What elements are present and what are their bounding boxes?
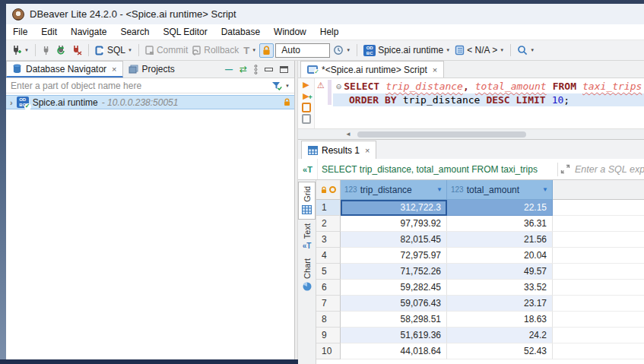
results-filter-bar[interactable]: «T SELECT trip_distance, total_amount FR… — [298, 159, 644, 180]
table-row[interactable]: 10 44,018.64 52.43 — [316, 343, 644, 359]
maximize-icon[interactable] — [280, 66, 288, 73]
sql-editor-button[interactable]: SQL ▼ — [94, 43, 134, 57]
execute-new-tab-icon[interactable]: ▶+ — [303, 91, 309, 101]
table-row[interactable]: 1 312,722.3 22.15 — [316, 200, 644, 216]
cell-total-amount[interactable]: 23.17 — [447, 296, 553, 312]
cell-trip-distance[interactable]: 44,018.64 — [341, 343, 447, 359]
table-row[interactable]: 7 59,076.43 23.17 — [316, 296, 644, 312]
cell-trip-distance[interactable]: 72,975.97 — [341, 248, 447, 264]
menu-navigate[interactable]: Navigate — [64, 25, 113, 39]
row-number[interactable]: 10 — [316, 343, 341, 359]
table-row[interactable]: 6 59,282.45 33.52 — [316, 280, 644, 296]
cell-trip-distance[interactable]: 312,722.3 — [341, 200, 447, 216]
execute-script-icon[interactable] — [302, 103, 311, 112]
cell-trip-distance[interactable]: 97,793.92 — [341, 216, 447, 232]
cell-total-amount[interactable]: 33.52 — [447, 280, 553, 296]
menu-database[interactable]: Database — [214, 25, 267, 39]
execute-statement-icon[interactable]: ▶ — [303, 80, 309, 90]
table-row[interactable]: 4 72,975.97 20.04 — [316, 248, 644, 264]
cell-total-amount[interactable]: 24.2 — [447, 328, 553, 343]
row-number[interactable]: 4 — [316, 248, 341, 264]
tab-script-editor[interactable]: ✓ *<Spice.ai runtime> Script × — [300, 61, 444, 78]
cell-trip-distance[interactable]: 58,298.51 — [341, 312, 447, 328]
row-number[interactable]: 1 — [316, 200, 341, 216]
navigator-filter-input[interactable]: Enter a part of object name here ▼ — [6, 78, 294, 93]
minimize-icon[interactable] — [265, 68, 273, 71]
transaction-log-button[interactable]: ▼ — [332, 43, 352, 57]
view-tab-grid[interactable]: Grid — [298, 182, 316, 220]
cell-trip-distance[interactable]: 51,619.36 — [341, 328, 447, 343]
menu-window[interactable]: Window — [267, 25, 313, 39]
cell-total-amount[interactable]: 22.15 — [447, 200, 553, 216]
disconnect-button[interactable] — [70, 43, 84, 57]
expander-chevron-icon[interactable]: › — [10, 98, 13, 107]
menu-edit[interactable]: Edit — [34, 25, 64, 39]
script-log-icon[interactable] — [302, 114, 311, 124]
column-header-total-amount[interactable]: 123 total_amount ▼ — [447, 180, 553, 200]
tab-results-1[interactable]: Results 1 × — [301, 141, 376, 159]
cell-trip-distance[interactable]: 82,015.45 — [341, 232, 447, 248]
collapse-all-icon[interactable]: — — [225, 65, 233, 74]
sort-desc-icon[interactable]: ▼ — [436, 186, 443, 193]
expand-icon[interactable] — [560, 164, 570, 174]
cell-total-amount[interactable]: 18.63 — [447, 312, 553, 328]
close-icon[interactable]: × — [433, 65, 437, 74]
row-number[interactable]: 2 — [316, 216, 341, 232]
table-row[interactable]: 3 82,015.45 21.56 — [316, 232, 644, 248]
menu-help[interactable]: Help — [313, 25, 346, 39]
cell-total-amount[interactable]: 49.57 — [447, 264, 553, 280]
transaction-filter-button[interactable]: T ▼ — [242, 43, 258, 58]
table-row[interactable]: 2 97,793.92 36.31 — [316, 216, 644, 232]
cell-trip-distance[interactable]: 59,282.45 — [341, 280, 447, 296]
row-number[interactable]: 3 — [316, 232, 341, 248]
new-connection-button[interactable]: ▼ — [10, 43, 30, 57]
chevron-down-icon[interactable]: ▼ — [285, 84, 290, 88]
sql-code-area[interactable]: ⊖SELECTtrip_distance,total_amountFROMtax… — [333, 78, 644, 128]
view-tab-chart[interactable]: Chart — [298, 255, 316, 296]
table-row[interactable]: 5 71,752.26 49.57 — [316, 264, 644, 280]
sql-editor[interactable]: ▶ ▶+ ⚠ ⊖SELECTtrip_distance,total_amount… — [298, 78, 644, 128]
scroll-left-icon[interactable]: ◄ — [345, 131, 351, 138]
rollback-button[interactable]: Rollback — [191, 43, 240, 57]
row-number[interactable]: 8 — [316, 312, 341, 328]
search-button[interactable]: ▼ — [516, 43, 536, 57]
fold-collapse-icon[interactable]: ⊖ — [336, 81, 341, 92]
row-number[interactable]: 5 — [316, 264, 341, 280]
filter-funnel-icon[interactable] — [271, 81, 282, 90]
scrollbar-thumb[interactable] — [357, 131, 526, 138]
active-connection-select[interactable]: ODBC Spice.ai runtime ▼ — [362, 43, 452, 58]
link-editor-icon[interactable]: ⇄ — [240, 64, 247, 74]
tab-projects[interactable]: Projects — [123, 61, 180, 78]
table-row[interactable]: 8 58,298.51 18.63 — [316, 312, 644, 328]
menu-search[interactable]: Search — [113, 25, 156, 39]
view-menu-icon[interactable] — [254, 65, 258, 74]
sort-icon[interactable]: ▼ — [542, 186, 548, 193]
cell-total-amount[interactable]: 21.56 — [447, 232, 553, 248]
transaction-mode-select[interactable]: Auto — [275, 43, 330, 58]
column-header-trip-distance[interactable]: 123 trip_distance ▼ — [341, 180, 447, 200]
reconnect-button[interactable] — [55, 43, 68, 57]
cell-total-amount[interactable]: 52.43 — [447, 343, 553, 359]
table-row[interactable]: 9 51,619.36 24.2 — [316, 328, 644, 343]
connect-button[interactable] — [40, 44, 53, 57]
editor-hscrollbar[interactable]: ◄ — [298, 128, 644, 139]
connection-lock-toggle[interactable] — [259, 43, 274, 58]
close-icon[interactable]: × — [365, 146, 370, 155]
results-grid[interactable]: 123 trip_distance ▼ 123 total_amount ▼ — [316, 180, 644, 364]
tab-database-navigator[interactable]: Database Navigator × — [6, 61, 123, 78]
row-number[interactable]: 6 — [316, 280, 341, 296]
cell-trip-distance[interactable]: 71,752.26 — [341, 264, 447, 280]
cell-total-amount[interactable]: 20.04 — [447, 248, 553, 264]
commit-button[interactable]: Commit — [144, 43, 189, 57]
connection-tree-item[interactable]: › ODBC✓ Spice.ai runtime - 10.0.0.238:50… — [6, 95, 294, 109]
grid-corner-cell[interactable] — [316, 180, 341, 200]
cell-trip-distance[interactable]: 59,076.43 — [341, 296, 447, 312]
menu-file[interactable]: File — [6, 25, 34, 39]
menu-sql-editor[interactable]: SQL Editor — [156, 25, 214, 39]
cell-total-amount[interactable]: 36.31 — [447, 216, 553, 232]
row-number[interactable]: 9 — [316, 328, 341, 343]
view-tab-text[interactable]: Text «T — [298, 220, 316, 255]
close-icon[interactable]: × — [112, 65, 116, 74]
row-number[interactable]: 7 — [316, 296, 341, 312]
active-database-select[interactable]: < N/A > ▼ — [453, 43, 506, 57]
